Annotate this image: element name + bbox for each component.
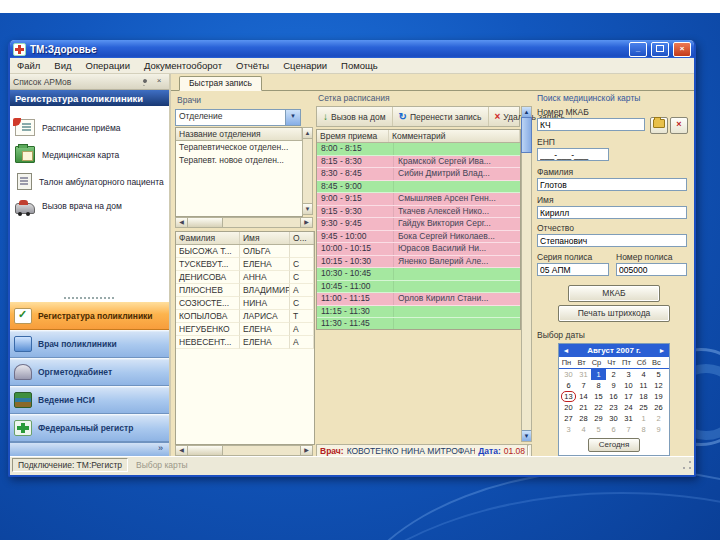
department-row[interactable]: Терапевт. новое отделен... (176, 154, 302, 167)
calendar-day[interactable]: 22 (591, 402, 606, 413)
schedule-slot[interactable]: 9:45 - 10:00Бока Сергей Николаев... (317, 231, 520, 244)
calendar-day[interactable]: 26 (651, 402, 666, 413)
calendar-day[interactable]: 7 (576, 380, 591, 391)
schedule-slot[interactable]: 10:30 - 10:45 (317, 268, 520, 281)
home-visit-button[interactable]: ↓ Вызов на дом (317, 107, 393, 126)
calendar-day[interactable]: 25 (636, 402, 651, 413)
polis-series-input[interactable] (537, 263, 609, 276)
calendar-day[interactable]: 24 (621, 402, 636, 413)
scroll-down-icon[interactable]: ▼ (522, 430, 531, 441)
close-panel-icon[interactable]: × (152, 75, 166, 88)
arm-item-button[interactable]: Оргметодкабинет (10, 358, 169, 386)
sidebar-tool-item[interactable]: Вызов врача на дом (10, 195, 169, 216)
departments-horizontal-scrollbar[interactable]: ◀ ▶ (175, 217, 313, 228)
sidebar-tool-item[interactable]: Талон амбулаторного пациента (10, 168, 169, 195)
arm-item-button[interactable]: Ведение НСИ (10, 386, 169, 414)
calendar-day[interactable]: 27 (561, 413, 576, 424)
scrollbar-thumb[interactable] (521, 117, 532, 153)
menu-item[interactable]: Сценарии (276, 59, 334, 72)
menu-item[interactable]: Файл (10, 59, 47, 72)
calendar-day[interactable]: 3 (561, 424, 576, 435)
calendar-day[interactable]: 2 (651, 413, 666, 424)
print-barcode-button[interactable]: Печать штрихкода (558, 305, 670, 322)
doctor-row[interactable]: ТУСКЕВУТ...ЕЛЕНАС (176, 258, 314, 271)
schedule-column-comment[interactable]: Комментарий (389, 130, 520, 142)
calendar-day[interactable]: 30 (561, 369, 576, 380)
calendar-day[interactable]: 23 (606, 402, 621, 413)
arm-item-button[interactable]: Федеральный регистр (10, 414, 169, 442)
tab-quick-entry[interactable]: Быстрая запись (179, 76, 262, 91)
lastname-input[interactable] (537, 178, 687, 191)
doctors-column-midname[interactable]: О... (290, 232, 314, 244)
calendar-day[interactable]: 5 (651, 369, 666, 380)
open-card-button[interactable] (650, 117, 668, 134)
midname-input[interactable] (537, 234, 687, 247)
scroll-right-icon[interactable]: ▶ (300, 446, 312, 455)
calendar-day[interactable]: 29 (591, 413, 606, 424)
scroll-left-icon[interactable]: ◀ (176, 446, 188, 455)
calendar-day[interactable]: 8 (591, 380, 606, 391)
schedule-slot[interactable]: 8:15 - 8:30Крамской Сергей Ива... (317, 156, 520, 169)
calendar-day[interactable]: 20 (561, 402, 576, 413)
calendar-day[interactable]: 21 (576, 402, 591, 413)
schedule-slot[interactable]: 8:45 - 9:00 (317, 181, 520, 194)
schedule-slot[interactable]: 10:15 - 10:30Яненко Валерий Але... (317, 256, 520, 269)
firstname-input[interactable] (537, 206, 687, 219)
schedule-slot[interactable]: 10:45 - 11:00 (317, 281, 520, 294)
calendar-day[interactable]: 3 (621, 369, 636, 380)
calendar-day[interactable]: 14 (576, 391, 591, 402)
chevron-icon[interactable]: » (158, 443, 163, 453)
doctor-row[interactable]: КОПЫЛОВАЛАРИСАТ (176, 310, 314, 323)
calendar-day[interactable]: 13 (561, 391, 576, 402)
calendar-day[interactable]: 31 (621, 413, 636, 424)
menu-item[interactable]: Помощь (334, 59, 385, 72)
scroll-right-icon[interactable]: ▶ (300, 218, 312, 227)
calendar-day[interactable]: 9 (651, 424, 666, 435)
calendar-day[interactable]: 8 (636, 424, 651, 435)
calendar-day[interactable]: 17 (621, 391, 636, 402)
menu-item[interactable]: Отчёты (229, 59, 276, 72)
mkab-input[interactable] (537, 118, 645, 131)
calendar-day[interactable]: 4 (636, 369, 651, 380)
sidebar-bottom-strip[interactable]: » (10, 442, 169, 456)
calendar-day[interactable]: 12 (651, 380, 666, 391)
calendar-day[interactable]: 16 (606, 391, 621, 402)
doctors-horizontal-scrollbar[interactable]: ◀ ▶ (175, 445, 313, 456)
calendar-day[interactable]: 2 (606, 369, 621, 380)
doctors-column-lastname[interactable]: Фамилия (176, 232, 240, 244)
next-month-icon[interactable]: ► (655, 347, 669, 354)
sidebar-tool-item[interactable]: Медицинская карта (10, 141, 169, 168)
schedule-slot[interactable]: 11:30 - 11:45 (317, 318, 520, 330)
arm-item-button[interactable]: Врач поликлиники (10, 330, 169, 358)
calendar-day[interactable]: 6 (606, 424, 621, 435)
schedule-slot[interactable]: 10:00 - 10:15Юрасов Василий Ни... (317, 243, 520, 256)
move-record-button[interactable]: ↻ Перенести запись (393, 107, 489, 126)
calendar-day[interactable]: 19 (651, 391, 666, 402)
calendar-day[interactable]: 28 (576, 413, 591, 424)
schedule-slot[interactable]: 8:00 - 8:15 (317, 143, 520, 156)
sidebar-tool-item[interactable]: Расписание приёма (10, 114, 169, 141)
doctor-row[interactable]: НЕВЕСЕНТ...ЕЛЕНАА (176, 336, 314, 349)
schedule-slot[interactable]: 9:00 - 9:15Смышляев Арсен Генн... (317, 193, 520, 206)
menu-item[interactable]: Операции (79, 59, 137, 72)
titlebar[interactable]: ТМ:Здоровье _ × (10, 40, 694, 58)
departments-vertical-scrollbar[interactable]: ▲ ▼ (302, 127, 313, 215)
schedule-slot[interactable]: 9:30 - 9:45Гайдук Виктория Серг... (317, 218, 520, 231)
calendar-day[interactable]: 9 (606, 380, 621, 391)
polis-number-input[interactable] (616, 263, 687, 276)
calendar-day[interactable]: 10 (621, 380, 636, 391)
menu-item[interactable]: Вид (47, 59, 78, 72)
schedule-column-time[interactable]: Время приема (317, 130, 389, 142)
splitter-grip[interactable] (64, 297, 114, 299)
schedule-slot[interactable]: 9:15 - 9:30Ткачев Алексей Нико... (317, 206, 520, 219)
close-button[interactable]: × (673, 42, 691, 57)
calendar-day[interactable]: 31 (576, 369, 591, 380)
schedule-slot[interactable]: 11:15 - 11:30 (317, 306, 520, 319)
prev-month-icon[interactable]: ◄ (559, 347, 573, 354)
scroll-down-icon[interactable]: ▼ (303, 203, 312, 214)
schedule-vertical-scrollbar[interactable]: ▲ ▼ (521, 106, 532, 442)
pin-icon[interactable] (138, 75, 152, 88)
calendar-day[interactable]: 7 (621, 424, 636, 435)
doctor-row[interactable]: НЕГУБЕНКОЕЛЕНАА (176, 323, 314, 336)
calendar-day[interactable]: 1 (636, 413, 651, 424)
